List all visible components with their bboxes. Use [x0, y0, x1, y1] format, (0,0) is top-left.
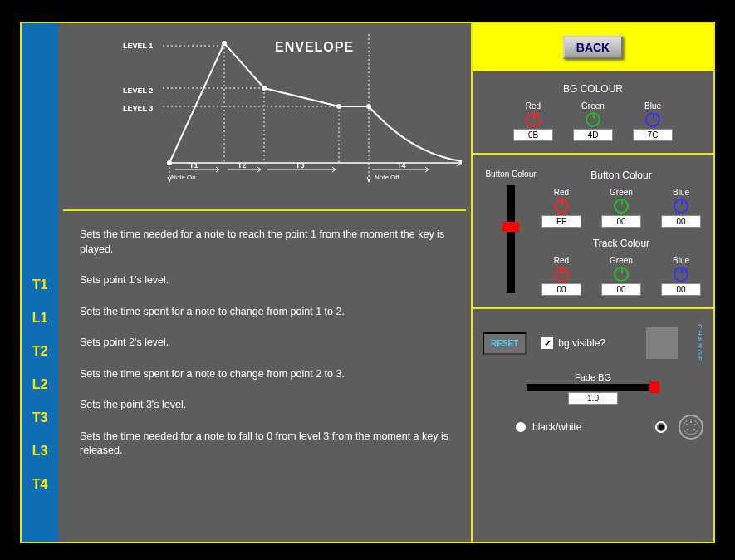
svg-point-13 — [366, 104, 371, 109]
trk-green-label: Green — [610, 256, 633, 265]
button-colour-title: Button Colour — [539, 169, 703, 181]
trk-red-label: Red — [554, 256, 569, 265]
back-button[interactable]: BACK — [563, 36, 623, 59]
desc-T2: Sets the time spent for a note to change… — [80, 305, 345, 320]
bg-visible-checkbox[interactable]: ✓ bg visible? — [541, 337, 605, 349]
svg-point-22 — [687, 429, 688, 430]
colour-swatch[interactable] — [646, 327, 678, 359]
checkbox-icon[interactable]: ✓ — [541, 337, 553, 349]
desc-L2: Sets point 2's level. — [80, 336, 169, 351]
label-L1: L1 — [32, 311, 48, 326]
bg-red-knob[interactable] — [526, 112, 541, 127]
desc-L1: Sets point 1's level. — [80, 273, 169, 288]
bg-colour-panel: BG COLOUR Red 0B Green 4D Blue — [473, 75, 713, 155]
trk-blue-label: Blue — [673, 256, 689, 265]
trk-blue-value[interactable]: 00 — [661, 283, 701, 296]
trk-green-knob[interactable] — [614, 267, 629, 282]
bg-blue-knob[interactable] — [645, 112, 660, 127]
envelope-svg — [96, 30, 462, 204]
bg-green-knob[interactable] — [586, 112, 600, 127]
svg-point-23 — [693, 429, 695, 430]
bg-red-value[interactable]: 0B — [513, 129, 553, 141]
btn-red-label: Red — [554, 188, 569, 197]
slider-thumb-icon[interactable] — [649, 381, 659, 393]
slider-thumb-icon[interactable] — [502, 222, 519, 232]
label-column: T1 L1 T2 L2 T3 L3 T4 — [22, 23, 58, 542]
bg-blue-value[interactable]: 7C — [633, 129, 673, 141]
desc-T4: Sets the time needed for a note to fall … — [80, 430, 456, 459]
midi-port-icon[interactable] — [679, 415, 703, 440]
trk-red-value[interactable]: 00 — [541, 283, 581, 296]
label-T2: T2 — [32, 344, 48, 359]
desc-T1: Sets the time needed for a note to reach… — [80, 228, 456, 257]
svg-point-12 — [336, 104, 341, 109]
svg-point-9 — [167, 160, 172, 165]
black-white-radio[interactable] — [516, 422, 526, 432]
trk-green-value[interactable]: 00 — [601, 283, 641, 296]
label-L2: L2 — [32, 377, 48, 392]
btn-blue-knob[interactable] — [674, 199, 688, 214]
bg-green-label: Green — [581, 101, 605, 111]
envelope-diagram: ENVELOPE LEVEL 1 LEVEL 2 LEVEL 3 Note On… — [63, 23, 466, 211]
svg-point-10 — [222, 41, 227, 46]
description-list: Sets the time needed for a note to reach… — [63, 216, 466, 542]
fade-bg-label: Fade BG — [575, 372, 611, 382]
trk-red-knob[interactable] — [554, 267, 569, 282]
btn-green-knob[interactable] — [614, 199, 629, 214]
black-white-label: black/white — [532, 421, 581, 433]
label-T1: T1 — [32, 278, 48, 292]
btn-green-label: Green — [610, 188, 633, 197]
bg-colour-title: BG COLOUR — [483, 83, 703, 95]
bg-green-value[interactable]: 4D — [573, 129, 613, 141]
btn-red-value[interactable]: FF — [541, 215, 581, 228]
label-L3: L3 — [32, 444, 48, 459]
change-label: CHANGE — [696, 324, 703, 362]
button-track-panel: Button Colour Button Colour Red FF — [473, 158, 713, 309]
bg-blue-label: Blue — [644, 101, 661, 111]
trk-blue-knob[interactable] — [674, 267, 688, 282]
button-colour-slider[interactable] — [507, 185, 515, 293]
btn-blue-label: Blue — [673, 188, 689, 197]
fade-bg-slider[interactable] — [527, 384, 659, 391]
fade-bg-value[interactable]: 1.0 — [568, 392, 618, 405]
button-colour-slider-label: Button Colour — [485, 169, 536, 179]
svg-point-19 — [690, 421, 692, 423]
bg-red-label: Red — [526, 101, 541, 111]
btn-blue-value[interactable]: 00 — [661, 215, 701, 228]
svg-point-11 — [262, 86, 267, 91]
btn-red-knob[interactable] — [554, 199, 569, 214]
desc-L3: Sets the point 3's level. — [80, 398, 186, 413]
label-T4: T4 — [32, 477, 48, 492]
svg-point-21 — [694, 424, 696, 425]
svg-point-20 — [686, 424, 688, 425]
reset-button[interactable]: RESET — [483, 332, 527, 355]
settings-panel: RESET ✓ bg visible? CHANGE Fade BG 1.0 — [473, 312, 713, 542]
desc-T3: Sets the time spent for a note to change… — [80, 367, 345, 382]
output-radio[interactable] — [655, 421, 667, 433]
track-colour-title: Track Colour — [539, 238, 703, 249]
btn-green-value[interactable]: 00 — [601, 215, 641, 228]
top-bar: BACK — [473, 23, 713, 71]
bg-visible-label: bg visible? — [558, 337, 605, 349]
label-T3: T3 — [32, 410, 48, 425]
